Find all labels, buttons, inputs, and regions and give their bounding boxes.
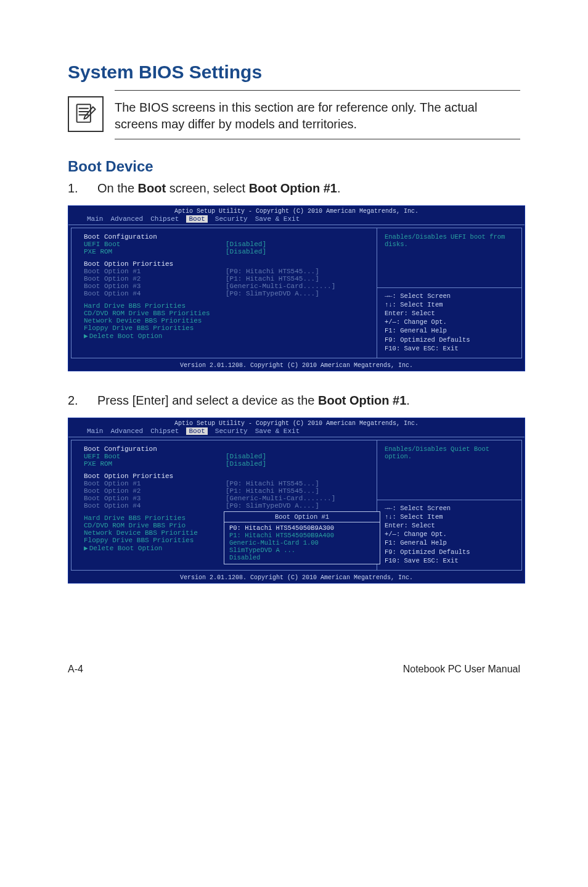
- bios-left-pane: Boot Configuration UEFI Boot[Disabled] P…: [71, 228, 377, 358]
- boot-option-3-value: [Generic-Multi-Card.......]: [226, 495, 335, 502]
- bios-footer: Version 2.01.1208. Copyright (C) 2010 Am…: [68, 361, 525, 371]
- popup-item: P1: Hitachi HTS545050B9A400: [229, 532, 375, 539]
- document-page: System BIOS Settings The BIOS screens in…: [0, 0, 588, 712]
- text: On the: [97, 181, 138, 195]
- boot-priorities-header: Boot Option Priorities: [84, 260, 372, 268]
- text-bold: Boot Option #1: [318, 394, 406, 407]
- subsection-title: Boot Device: [68, 158, 520, 175]
- key-line: ↑↓: Select Item: [385, 513, 514, 521]
- step-text: On the Boot screen, select Boot Option #…: [97, 181, 520, 196]
- link-floppy-bbs: Floppy Drive BBS Priorities: [84, 324, 372, 332]
- bios-right-pane: Enables/Disables Quiet Boot option. →←: …: [377, 440, 522, 571]
- step-1: 1. On the Boot screen, select Boot Optio…: [68, 181, 520, 196]
- pxe-rom-value: [Disabled]: [226, 248, 266, 255]
- key-line: →←: Select Screen: [385, 504, 514, 513]
- boot-config-header: Boot Configuration: [84, 233, 372, 241]
- bios-header: Aptio Setup Utility - Copyright (C) 2010…: [68, 418, 525, 427]
- text-bold: Boot Option #1: [249, 181, 337, 195]
- popup-item: Disabled: [229, 554, 375, 561]
- bios-key-help: →←: Select Screen ↑↓: Select Item Enter:…: [385, 292, 514, 353]
- tab-save-exit: Save & Exit: [255, 427, 300, 435]
- tab-security: Security: [215, 215, 248, 223]
- tab-chipset: Chipset: [150, 427, 179, 435]
- boot-option-3-label: Boot Option #3: [84, 283, 226, 290]
- text: Delete Boot Option: [89, 332, 163, 340]
- bios-key-help: →←: Select Screen ↑↓: Select Item Enter:…: [385, 504, 514, 565]
- bios-header: Aptio Setup Utility - Copyright (C) 2010…: [68, 206, 525, 215]
- boot-option-popup: Boot Option #1 P0: Hitachi HTS545050B9A3…: [224, 511, 380, 564]
- page-footer: A-4 Notebook PC User Manual: [68, 664, 520, 675]
- bios-footer: Version 2.01.1208. Copyright (C) 2010 Am…: [68, 573, 525, 583]
- popup-item: SlimTypeDVD A ...: [229, 547, 375, 554]
- key-line: F9: Optimized Defaults: [385, 548, 514, 556]
- boot-option-1-label: Boot Option #1: [84, 480, 226, 487]
- tab-advanced: Advanced: [110, 427, 143, 435]
- bios-help-text: Enables/Disables Quiet Boot option.: [385, 445, 514, 460]
- text-bold: Boot: [138, 181, 166, 195]
- tab-boot: Boot: [186, 427, 207, 435]
- tab-save-exit: Save & Exit: [255, 215, 300, 223]
- triangle-icon: ▶: [84, 332, 88, 340]
- note-icon: [68, 96, 104, 132]
- popup-item-selected: P0: Hitachi HTS545050B9A300: [229, 524, 375, 532]
- boot-option-4-label: Boot Option #4: [84, 502, 226, 510]
- bios-tabs: Main Advanced Chipset Boot Security Save…: [68, 427, 525, 437]
- boot-priorities-header: Boot Option Priorities: [84, 472, 372, 480]
- text: .: [337, 181, 341, 195]
- text: screen, select: [166, 181, 249, 195]
- uefi-boot-label: UEFI Boot: [84, 241, 226, 248]
- uefi-boot-value: [Disabled]: [226, 241, 266, 248]
- popup-title: Boot Option #1: [224, 512, 380, 522]
- note-text: The BIOS screens in this section are for…: [115, 94, 520, 136]
- boot-config-header: Boot Configuration: [84, 445, 372, 453]
- triangle-icon: ▶: [84, 545, 88, 552]
- boot-option-4-value: [P0: SlimTypeDVD A....]: [226, 290, 319, 297]
- pxe-rom-value: [Disabled]: [226, 460, 266, 468]
- key-line: F1: General Help: [385, 326, 514, 335]
- note-block: The BIOS screens in this section are for…: [68, 90, 520, 139]
- link-hdd-bbs: Hard Drive BBS Priorities: [84, 302, 372, 310]
- boot-option-4-label: Boot Option #4: [84, 290, 226, 297]
- key-line: +/—: Change Opt.: [385, 318, 514, 326]
- tab-chipset: Chipset: [150, 215, 179, 223]
- step-num: 2.: [68, 394, 97, 408]
- link-cddvd-bbs: CD/DVD ROM Drive BBS Priorities: [84, 310, 372, 317]
- bios-screenshot-2: Aptio Setup Utility - Copyright (C) 2010…: [68, 418, 525, 584]
- boot-option-1-value: [P0: Hitachi HTS545...]: [226, 268, 319, 275]
- text: Delete Boot Option: [89, 545, 163, 552]
- key-line: →←: Select Screen: [385, 292, 514, 300]
- boot-option-3-label: Boot Option #3: [84, 495, 226, 502]
- boot-option-1-value: [P0: Hitachi HTS545...]: [226, 480, 319, 487]
- bios-help-text: Enables/Disables UEFI boot from disks.: [385, 233, 514, 248]
- bios-right-pane: Enables/Disables UEFI boot from disks. →…: [377, 228, 522, 358]
- boot-option-2-value: [P1: Hitachi HTS545...]: [226, 275, 319, 283]
- tab-security: Security: [215, 427, 248, 435]
- tab-main: Main: [87, 427, 103, 435]
- section-title: System BIOS Settings: [68, 62, 520, 83]
- popup-item: Generic-Multi-Card 1.00: [229, 539, 375, 547]
- manual-title: Notebook PC User Manual: [403, 664, 520, 675]
- bios-screenshot-1: Aptio Setup Utility - Copyright (C) 2010…: [68, 205, 525, 371]
- step-text: Press [Enter] and select a device as the…: [97, 394, 520, 408]
- bios-tabs: Main Advanced Chipset Boot Security Save…: [68, 215, 525, 225]
- key-line: F10: Save ESC: Exit: [385, 344, 514, 353]
- svg-rect-0: [77, 104, 91, 122]
- boot-option-2-value: [P1: Hitachi HTS545...]: [226, 487, 319, 495]
- uefi-boot-value: [Disabled]: [226, 453, 266, 460]
- boot-option-3-value: [Generic-Multi-Card.......]: [226, 283, 335, 290]
- tab-main: Main: [87, 215, 103, 223]
- key-line: ↑↓: Select Item: [385, 300, 514, 309]
- pxe-rom-label: PXE ROM: [84, 460, 226, 468]
- boot-option-4-value: [P0: SlimTypeDVD A....]: [226, 502, 319, 510]
- pxe-rom-label: PXE ROM: [84, 248, 226, 255]
- text: .: [406, 394, 410, 407]
- key-line: Enter: Select: [385, 521, 514, 530]
- text: Press [Enter] and select a device as the: [97, 394, 318, 407]
- key-line: +/—: Change Opt.: [385, 530, 514, 538]
- tab-boot: Boot: [186, 215, 207, 223]
- key-line: F10: Save ESC: Exit: [385, 556, 514, 565]
- key-line: F1: General Help: [385, 538, 514, 547]
- page-number: A-4: [68, 664, 83, 675]
- boot-option-2-label: Boot Option #2: [84, 487, 226, 495]
- key-line: F9: Optimized Defaults: [385, 336, 514, 344]
